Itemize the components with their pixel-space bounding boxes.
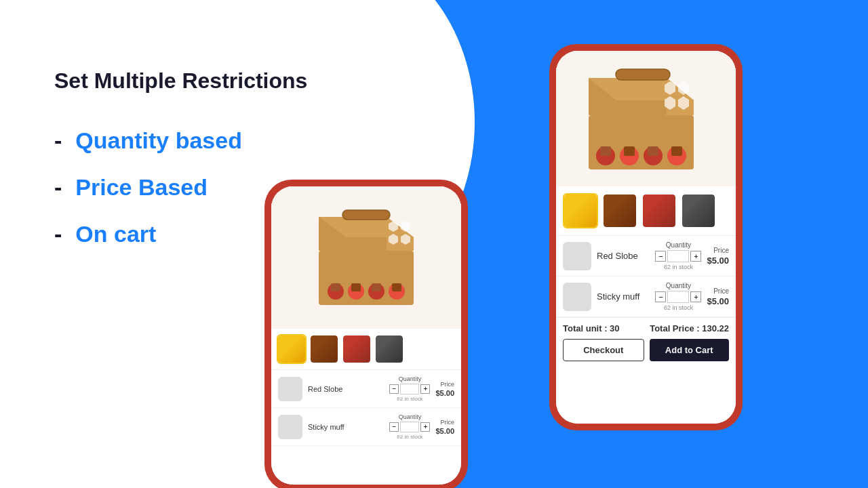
large-qty-section-2: Quantity − + 62 in stock [655,282,701,311]
large-qty-minus-2[interactable]: − [655,291,666,302]
large-qty-plus-2[interactable]: + [690,291,701,302]
small-qty-section-1: Quantity − + 62 in stock [389,375,430,402]
large-product-row-2: Sticky muff Quantity − + 62 in stock Pri… [556,277,736,317]
large-thumbnail-row [556,186,736,236]
svg-rect-2 [342,210,390,220]
phone-small-outer: Red Slobe Quantity − + 62 in stock Price… [264,180,468,488]
small-stock-1: 62 in stock [397,396,422,402]
svg-rect-17 [616,69,670,80]
phone-large-outer: Red Slobe Quantity − + 62 in stock Price… [549,44,743,430]
phone-small-inner: Red Slobe Quantity − + 62 in stock Price… [271,186,461,485]
large-prod-thumb-2 [563,283,591,311]
small-price-value-1: $5.00 [435,389,454,397]
large-stock-1: 62 in stock [664,264,693,270]
small-price-label-2: Price [440,419,454,426]
large-stock-2: 62 in stock [664,304,693,311]
small-qty-controls-2: − + [389,422,430,432]
small-qty-section-2: Quantity − + 62 in stock [389,413,430,440]
thumb-4[interactable] [374,334,404,364]
thumb-3[interactable] [342,334,372,364]
dash-3: - [54,221,62,247]
phone-small-content: Red Slobe Quantity − + 62 in stock Price… [271,186,461,485]
small-prod-thumb-2 [278,415,302,439]
small-price-label-1: Price [440,381,454,388]
large-footer: Total unit : 30 Total Price : 130.22 Che… [556,317,736,367]
large-thumb-2[interactable] [602,193,637,228]
svg-rect-10 [351,283,361,291]
small-product-image [271,186,461,329]
large-qty-plus-1[interactable]: + [690,251,701,262]
small-prod-name-2: Sticky muff [308,423,384,431]
large-prod-name-2: Sticky muff [597,291,650,302]
small-prod-name-1: Red Slobe [308,385,384,393]
svg-rect-12 [372,283,381,291]
large-price-label-1: Price [713,247,729,254]
svg-rect-27 [648,146,658,156]
dash-1: - [54,127,62,154]
large-price-value-2: $5.00 [707,296,729,306]
large-price-section-1: Price $5.00 [707,247,729,266]
page-title: Set Multiple Restrictions [54,68,420,94]
small-qty-controls-1: − + [389,384,430,394]
checkout-button[interactable]: Checkout [563,339,644,361]
large-thumb-3[interactable] [642,193,677,228]
large-product-row-1: Red Slobe Quantity − + 62 in stock Price… [556,236,736,277]
small-product-row-2: Sticky muff Quantity − + 62 in stock Pri… [271,408,461,446]
dash-2: - [54,174,62,201]
svg-rect-23 [600,146,611,156]
totals-row: Total unit : 30 Total Price : 130.22 [563,323,729,333]
large-qty-controls-2: − + [655,291,701,303]
large-thumb-4[interactable] [681,193,716,228]
small-qty-label-2: Quantity [399,413,422,420]
svg-rect-25 [624,146,635,156]
thumb-1[interactable] [277,334,307,364]
phone-large-content: Red Slobe Quantity − + 62 in stock Price… [556,51,736,424]
large-qty-controls-1: − + [655,250,701,262]
large-qty-label-2: Quantity [666,282,691,289]
large-thumb-1[interactable] [563,193,598,228]
small-qty-minus-2[interactable]: − [389,422,399,432]
large-prod-thumb-1 [563,242,591,270]
small-stock-2: 62 in stock [397,434,422,440]
small-qty-label-1: Quantity [399,375,422,382]
small-price-value-2: $5.00 [435,427,454,435]
large-prod-name-1: Red Slobe [597,251,650,261]
large-qty-section-1: Quantity − + 62 in stock [655,241,701,270]
svg-rect-8 [331,283,340,291]
large-product-image [556,51,736,186]
large-qty-minus-1[interactable]: − [655,251,666,262]
addtocart-button[interactable]: Add to Cart [650,339,730,361]
large-price-section-2: Price $5.00 [707,287,729,306]
thumb-2[interactable] [309,334,339,364]
bullet-price-label: Price Based [75,174,208,201]
large-price-label-2: Price [713,287,729,295]
small-prod-thumb-1 [278,377,302,401]
small-price-section-1: Price $5.00 [435,381,454,397]
phone-large-inner: Red Slobe Quantity − + 62 in stock Price… [556,51,736,424]
small-qty-input-2[interactable] [400,422,419,432]
small-product-row-1: Red Slobe Quantity − + 62 in stock Price… [271,370,461,408]
svg-rect-29 [671,146,682,156]
large-qty-label-1: Quantity [666,241,691,249]
box-icon [305,203,427,312]
bullet-cart-label: On cart [75,221,156,247]
large-qty-input-1[interactable] [667,250,689,262]
total-price-text: Total Price : 130.22 [650,323,729,333]
large-price-value-1: $5.00 [707,256,729,266]
small-thumbnail-row [271,329,461,370]
small-qty-plus-2[interactable]: + [420,422,430,432]
large-box-icon [578,61,714,176]
bullet-quantity: - Quantity based [54,127,420,154]
footer-buttons: Checkout Add to Cart [563,339,729,361]
small-qty-input-1[interactable] [400,384,419,394]
svg-rect-14 [392,283,401,291]
small-qty-plus-1[interactable]: + [420,384,430,394]
small-price-section-2: Price $5.00 [435,419,454,435]
large-qty-input-2[interactable] [667,291,689,303]
bullet-quantity-label: Quantity based [75,127,242,154]
small-qty-minus-1[interactable]: − [389,384,399,394]
total-unit-text: Total unit : 30 [563,323,620,333]
